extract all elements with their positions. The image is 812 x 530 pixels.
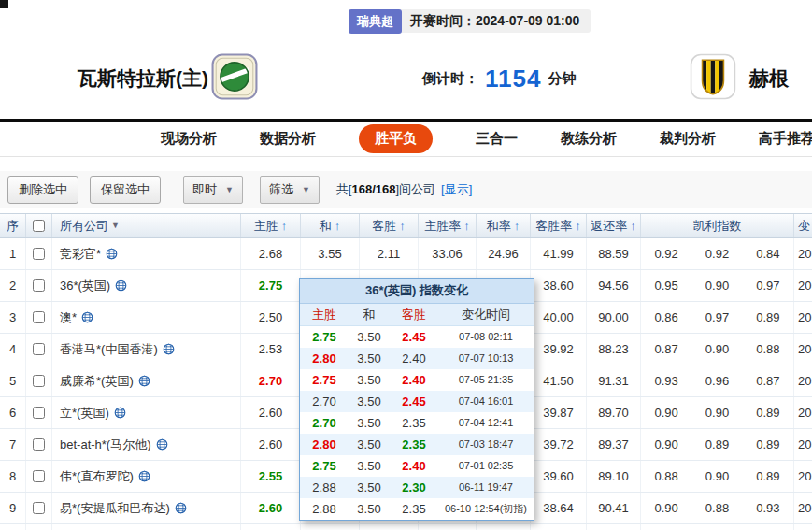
kelly-value: 0.95 <box>641 270 691 301</box>
column-header-home[interactable]: 主胜↑ <box>241 214 301 237</box>
globe-icon <box>114 407 126 419</box>
kelly-index-cell: 0.870.900.88 <box>641 334 794 365</box>
home-odds[interactable]: 2.60 <box>241 429 301 460</box>
company-name-cell[interactable]: bet-at-h*(马尔他) <box>52 429 241 460</box>
company-name-cell[interactable]: 立*(英国) <box>52 397 241 428</box>
kelly-value: 0.96 <box>691 365 742 396</box>
kelly-value: 0.90 <box>691 461 742 492</box>
row-checkbox[interactable] <box>33 502 45 514</box>
away-win-rate: 41.50 <box>531 365 587 396</box>
table-row: 1竞彩官*2.683.552.1133.0624.9641.9988.590.9… <box>0 238 812 270</box>
kelly-value: 0.92 <box>641 238 691 269</box>
tab-live-analysis[interactable]: 现场分析 <box>161 130 217 148</box>
column-header-draw[interactable]: 和↑ <box>301 214 360 237</box>
home-odds[interactable]: 2.68 <box>241 238 301 269</box>
company-count-value: 168/168 <box>351 182 395 196</box>
home-odds[interactable]: 2.75 <box>241 524 301 530</box>
sort-up-icon[interactable]: ↑ <box>463 214 470 237</box>
company-name: bet-at-h*(马尔他) <box>60 429 151 460</box>
column-header-kelly[interactable]: 凯利指数 <box>641 214 794 237</box>
kelly-value: 0.97 <box>743 270 793 301</box>
keep-selected-button[interactable]: 保留选中 <box>90 176 161 204</box>
row-checkbox[interactable] <box>33 407 45 419</box>
company-name-cell[interactable]: 澳* <box>52 302 241 333</box>
column-header-drate[interactable]: 和率↑ <box>477 214 531 237</box>
column-header-arate[interactable]: 客胜率↑ <box>531 214 587 237</box>
company-name-cell[interactable]: 36*(英国) <box>52 270 241 301</box>
change-time: 20 <box>794 397 812 428</box>
popup-home-value: 2.70 <box>300 412 349 434</box>
return-rate: 88.59 <box>587 238 641 269</box>
column-header-name[interactable]: 所有公司▼ <box>52 214 241 237</box>
company-name: 伟*(直布罗陀) <box>60 461 134 492</box>
globe-icon <box>115 279 127 292</box>
kelly-value: 0.89 <box>743 302 793 333</box>
popup-column-home: 主胜 <box>300 304 349 325</box>
kelly-index-cell: 0.900.900.89 <box>641 397 794 428</box>
row-checkbox[interactable] <box>33 375 45 387</box>
tab-data-analysis[interactable]: 数据分析 <box>260 130 316 148</box>
home-odds[interactable]: 2.50 <box>241 302 301 333</box>
kelly-value: 0.92 <box>691 238 742 269</box>
change-time: 20 <box>794 429 812 460</box>
column-label: 客胜率 <box>535 214 572 237</box>
column-header-away[interactable]: 客胜↑ <box>360 214 419 237</box>
kelly-index-cell: 0.850.920.84 <box>641 524 794 530</box>
select-all-checkbox[interactable] <box>33 220 45 232</box>
company-name-cell[interactable]: 香港马*(中国香港) <box>52 334 241 365</box>
row-checkbox[interactable] <box>33 343 45 355</box>
draw-odds: 3.55 <box>301 524 360 530</box>
sort-up-icon[interactable]: ↑ <box>399 214 406 237</box>
home-odds[interactable]: 2.75 <box>241 270 301 301</box>
sort-up-icon[interactable]: ↑ <box>575 214 581 237</box>
sort-up-icon[interactable]: ↑ <box>630 214 636 237</box>
return-rate: 89.10 <box>587 461 641 492</box>
tab-win-draw-loss[interactable]: 胜平负 <box>359 124 433 153</box>
kelly-value: 0.85 <box>641 524 691 530</box>
instant-dropdown[interactable]: 即时 ▼ <box>183 176 243 204</box>
popup-time-value: 07-08 02:11 <box>438 326 534 348</box>
filter-dropdown[interactable]: 筛选 ▼ <box>260 176 320 204</box>
row-checkbox[interactable] <box>33 470 45 482</box>
column-label: 返还率 <box>591 214 627 237</box>
tab-three-in-one[interactable]: 三合一 <box>476 130 518 148</box>
tab-expert-picks[interactable]: 高手推荐 <box>759 130 812 148</box>
away-win-rate: 38.60 <box>531 270 587 301</box>
league-badge[interactable]: 瑞典超 <box>349 9 402 34</box>
company-name-cell[interactable]: Interw*(塞浦路斯) <box>52 524 241 530</box>
company-name-cell[interactable]: 威廉希*(英国) <box>52 365 241 396</box>
column-header-check[interactable] <box>26 214 52 237</box>
row-number: 10 <box>0 524 26 530</box>
home-odds[interactable]: 2.60 <box>241 397 301 428</box>
caret-down-icon[interactable]: ▼ <box>111 214 120 237</box>
popup-time-value: 06-10 12:54(初指) <box>438 498 534 520</box>
row-checkbox[interactable] <box>33 311 45 323</box>
kelly-value: 0.86 <box>641 302 691 333</box>
sort-up-icon[interactable]: ↑ <box>514 214 520 237</box>
popup-draw-value: 3.50 <box>349 477 390 498</box>
nav-tabs: 现场分析数据分析胜平负三合一教练分析裁判分析高手推荐 <box>0 119 812 157</box>
delete-selected-button[interactable]: 删除选中 <box>7 176 78 204</box>
row-checkbox[interactable] <box>33 279 45 292</box>
row-checkbox[interactable] <box>33 438 45 451</box>
sort-up-icon[interactable]: ↑ <box>335 214 341 237</box>
home-odds[interactable]: 2.70 <box>241 365 301 396</box>
column-header-change[interactable]: 变 <box>794 214 812 237</box>
globe-icon <box>175 502 187 514</box>
tab-referee-analysis[interactable]: 裁判分析 <box>660 130 716 148</box>
kickoff-time: 开赛时间：2024-07-09 01:00 <box>410 13 579 30</box>
company-name-cell[interactable]: 竞彩官* <box>52 238 241 269</box>
home-odds[interactable]: 2.55 <box>241 461 301 492</box>
company-name-cell[interactable]: 伟*(直布罗陀) <box>52 461 241 492</box>
tab-coach-analysis[interactable]: 教练分析 <box>561 130 617 148</box>
home-odds[interactable]: 2.53 <box>241 334 301 365</box>
row-checkbox[interactable] <box>33 248 45 260</box>
home-odds[interactable]: 2.60 <box>241 493 301 523</box>
company-name-cell[interactable]: 易*(安提瓜和巴布达) <box>52 493 241 523</box>
kelly-value: 0.89 <box>743 429 793 460</box>
kelly-value: 0.97 <box>691 302 742 333</box>
column-header-hrate[interactable]: 主胜率↑ <box>419 214 477 237</box>
column-header-rrate[interactable]: 返还率↑ <box>587 214 641 237</box>
show-link[interactable]: [显示] <box>441 181 472 198</box>
sort-up-icon[interactable]: ↑ <box>281 214 288 237</box>
